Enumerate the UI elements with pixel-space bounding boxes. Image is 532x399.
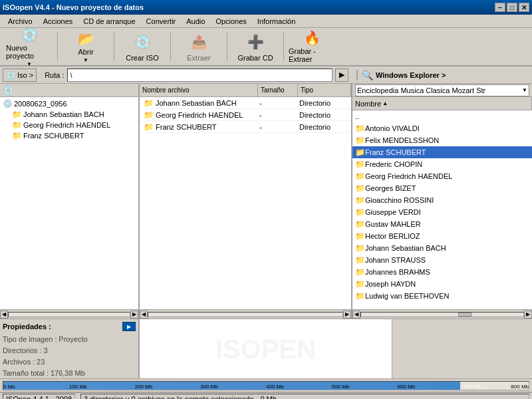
explorer-item-mahler[interactable]: 📁 Gustav MAHLER bbox=[352, 218, 532, 230]
props-label-tamano: Tamaño total : bbox=[3, 369, 49, 377]
toolbar-sep-3 bbox=[170, 32, 171, 61]
list-item[interactable]: 📁 Johann Sebastian BACH - Directorio bbox=[140, 97, 351, 109]
status-version: ISOpen 4.4.1 - 2008 bbox=[3, 394, 75, 400]
abrir-icon: 📂 bbox=[75, 31, 96, 47]
folder-icon: 📁 bbox=[355, 207, 365, 217]
status-bar: ISOpen 4.4.1 - 2008 3 directorios y 0 ar… bbox=[0, 392, 532, 399]
explorer-item-dotdot[interactable]: .. bbox=[352, 110, 532, 122]
explorer-file-list: .. 📁 Antonio VIVALDI 📁 Felix MENDELSSHON… bbox=[352, 110, 532, 309]
extraer-button[interactable]: 📤 Extraer bbox=[175, 30, 223, 63]
go-button[interactable]: ▶ bbox=[335, 68, 348, 82]
explorer-item-strauss[interactable]: 📁 Johann STRAUSS bbox=[352, 254, 532, 266]
left-hscroll: ◀ ▶ bbox=[0, 310, 140, 319]
scroll-left-btn[interactable]: ◀ bbox=[0, 311, 8, 319]
progress-label-200: 200 Mb bbox=[135, 384, 153, 390]
folder-icon: 📁 bbox=[355, 267, 365, 277]
menu-opciones[interactable]: Opciones bbox=[210, 16, 251, 27]
path-input[interactable] bbox=[67, 68, 332, 82]
left-pane: 💿 💿 20080623_0956 📁 Johann Sebastian BAC… bbox=[0, 84, 140, 309]
folder-icon: 📁 bbox=[144, 98, 154, 108]
toolbar-sep-4 bbox=[227, 32, 227, 61]
folder-icon: 📁 bbox=[12, 110, 22, 119]
abrir-button[interactable]: 📂 Abrir ▼ bbox=[62, 30, 110, 63]
bottom-right bbox=[392, 319, 532, 378]
tree-item-bach[interactable]: 📁 Johann Sebastian BACH bbox=[1, 109, 137, 120]
props-row-tamano: Tamaño total : 176,38 Mb bbox=[3, 368, 136, 379]
explorer-item-mendels[interactable]: 📁 Felix MENDELSSHON bbox=[352, 134, 532, 146]
progress-label-500: 500 Mb bbox=[332, 384, 350, 390]
explorer-item-vivaldi[interactable]: 📁 Antonio VIVALDI bbox=[352, 122, 532, 134]
menu-audio[interactable]: Audio bbox=[181, 16, 210, 27]
tree-root[interactable]: 💿 20080623_0956 bbox=[1, 98, 137, 109]
window-controls: − □ ✕ bbox=[495, 3, 529, 12]
explorer-header: Nombre ▲ bbox=[352, 97, 532, 110]
crear-iso-icon: 💿 bbox=[132, 31, 153, 53]
grabar-cd-icon: ➕ bbox=[245, 31, 266, 53]
progress-label-800: 800 Mb bbox=[511, 384, 529, 390]
explorer-item-verdi[interactable]: 📁 Giuseppe VERDI bbox=[352, 206, 532, 218]
explorer-path-bar: Enciclopedia Musica Clasica Mozart Str ▼ bbox=[352, 84, 532, 97]
close-button[interactable]: ✕ bbox=[519, 3, 529, 12]
status-message: 3 directorios y 0 archivos en la carpeta… bbox=[80, 394, 529, 400]
tree-item-haendel[interactable]: 📁 Georg Friedrich HAENDEL bbox=[1, 120, 137, 130]
col-header-size[interactable]: Tamaño bbox=[258, 84, 298, 96]
folder-icon: 📁 bbox=[355, 172, 365, 181]
explorer-col-nombre[interactable]: Nombre ▲ bbox=[352, 97, 532, 110]
maximize-button[interactable]: □ bbox=[507, 3, 517, 12]
menu-bar: Archivo Acciones CD de arranque Converti… bbox=[0, 15, 532, 28]
props-icon-button[interactable] bbox=[122, 322, 136, 331]
folder-icon: 📁 bbox=[355, 231, 365, 241]
explorer-item-jsbbach[interactable]: 📁 Johann Sebastian BACH bbox=[352, 242, 532, 254]
file-list: 📁 Johann Sebastian BACH - Directorio 📁 G… bbox=[140, 97, 351, 309]
props-row-tipo: Tipo de imagen : Proyecto bbox=[3, 334, 136, 345]
explorer-header-label: Windows Explorer > bbox=[376, 71, 446, 79]
menu-archivo[interactable]: Archivo bbox=[3, 16, 38, 27]
menu-cd-arranque[interactable]: CD de arranque bbox=[78, 16, 140, 27]
address-bar: 💿 Iso > Ruta : ▶ 🔍 Windows Explorer > bbox=[0, 66, 532, 84]
scroll-right-btn[interactable]: ▶ bbox=[343, 311, 351, 319]
left-pane-header: 💿 bbox=[0, 84, 138, 97]
grabar-cd-button[interactable]: ➕ Grabar CD bbox=[231, 30, 279, 63]
disc-icon: 💿 bbox=[3, 85, 14, 96]
menu-informacion[interactable]: Información bbox=[252, 16, 301, 27]
menu-convertir[interactable]: Convertir bbox=[141, 16, 182, 27]
props-label-archivos: Archivos : bbox=[3, 358, 35, 366]
explorer-path-combo[interactable]: Enciclopedia Musica Clasica Mozart Str ▼ bbox=[355, 84, 529, 96]
props-label-tipo: Tipo de imagen : bbox=[3, 335, 57, 343]
explorer-item-berlioz[interactable]: 📁 Hector BERLIOZ bbox=[352, 230, 532, 242]
progress-label-600: 600 Mb bbox=[398, 384, 416, 390]
scroll-thumb[interactable] bbox=[458, 313, 471, 317]
nuevo-proyecto-button[interactable]: 💿 Nuevo proyecto ▼ bbox=[5, 30, 53, 63]
explorer-item-beethoven[interactable]: 📁 Ludwig van BEETHOVEN bbox=[352, 290, 532, 302]
scroll-left-btn[interactable]: ◀ bbox=[352, 311, 360, 319]
col-header-name[interactable]: Nombre archivo bbox=[140, 84, 258, 96]
explorer-item-schubert[interactable]: 📁 Franz SCHUBERT bbox=[352, 146, 532, 158]
props-value-archivos: 23 bbox=[37, 358, 45, 366]
bottom-area: Propiedades : Tipo de imagen : Proyecto … bbox=[0, 319, 532, 379]
menu-acciones[interactable]: Acciones bbox=[38, 16, 78, 27]
explorer-item-brahms[interactable]: 📁 Johannes BRAHMS bbox=[352, 266, 532, 278]
tree-item-schubert[interactable]: 📁 Franz SCHUBERT bbox=[1, 130, 137, 141]
minimize-button[interactable]: − bbox=[495, 3, 505, 12]
grabar-extraer-button[interactable]: 🔥 Grabar - Extraer bbox=[288, 30, 336, 63]
scroll-left-btn[interactable]: ◀ bbox=[140, 311, 148, 319]
folder-icon: 📁 bbox=[355, 124, 365, 133]
crear-iso-button[interactable]: 💿 Crear ISO bbox=[118, 30, 166, 63]
nuevo-proyecto-icon: 💿 bbox=[19, 27, 40, 43]
list-item[interactable]: 📁 Franz SCHUBERT - Directorio bbox=[140, 121, 351, 133]
folder-icon: 📁 bbox=[355, 243, 365, 253]
scroll-right-btn[interactable]: ▶ bbox=[524, 311, 532, 319]
props-value-dirs: 3 bbox=[43, 346, 47, 354]
go-icon: ▶ bbox=[339, 70, 344, 79]
folder-icon: 📁 bbox=[355, 148, 365, 157]
scroll-right-btn[interactable]: ▶ bbox=[130, 311, 138, 319]
explorer-item-haendel[interactable]: 📁 Georg Friedrich HAENDEL bbox=[352, 170, 532, 182]
props-row-dirs: Directorios : 3 bbox=[3, 345, 136, 356]
explorer-item-chopin[interactable]: 📁 Frederic CHOPIN bbox=[352, 158, 532, 170]
explorer-item-haydn[interactable]: 📁 Joseph HAYDN bbox=[352, 278, 532, 290]
list-item[interactable]: 📁 Georg Friedrich HAENDEL - Directorio bbox=[140, 109, 351, 121]
folder-icon: 📁 bbox=[355, 136, 365, 145]
explorer-item-bizet[interactable]: 📁 Georges BIZET bbox=[352, 182, 532, 194]
col-header-type[interactable]: Tipo bbox=[298, 84, 351, 96]
explorer-item-rossini[interactable]: 📁 Gioacchino ROSSINI bbox=[352, 194, 532, 206]
